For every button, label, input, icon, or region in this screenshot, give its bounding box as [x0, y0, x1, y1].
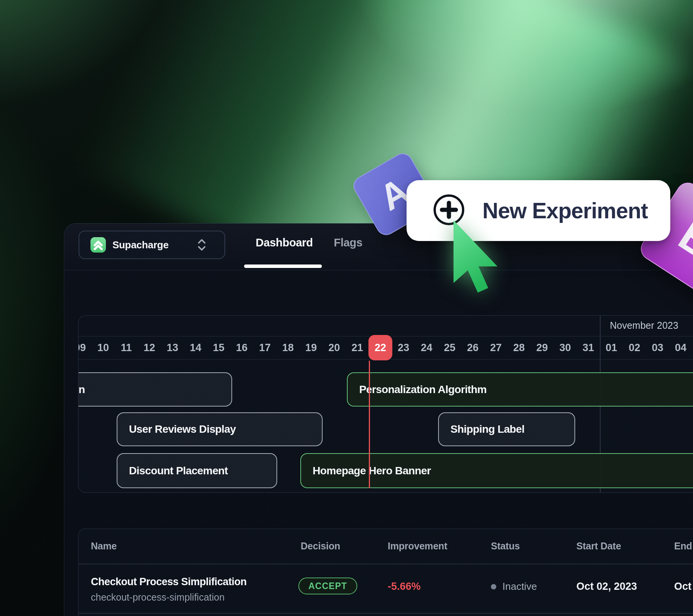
gantt-bar-clipped[interactable]: n — [78, 372, 232, 407]
day-cell[interactable]: 15 — [207, 336, 230, 359]
column-header-decision: Decision — [301, 541, 340, 552]
experiment-slug: checkout-process-simplification — [91, 592, 224, 603]
day-cell[interactable]: 21 — [346, 336, 369, 359]
status-dot-icon — [491, 584, 496, 589]
start-date-value: Oct 02, 2023 — [576, 581, 637, 593]
day-cell[interactable]: 25 — [438, 336, 461, 359]
day-cell[interactable]: 02 — [623, 336, 646, 359]
column-header-name: Name — [91, 541, 117, 552]
variant-b-letter: B — [670, 209, 693, 270]
gantt-bar-homepage-hero-banner[interactable]: Homepage Hero Banner — [300, 453, 693, 488]
gantt-bar-label: n — [79, 383, 85, 396]
decision-badge: ACCEPT — [298, 578, 357, 594]
gantt-bar-discount-placement[interactable]: Discount Placement — [117, 453, 277, 488]
gantt-bar-label: User Reviews Display — [117, 423, 236, 435]
day-cell[interactable]: 29 — [531, 336, 554, 359]
day-cell[interactable]: 04 — [669, 336, 692, 359]
day-cell[interactable]: 01 — [600, 336, 623, 359]
day-cell[interactable]: 16 — [230, 336, 253, 359]
day-cell[interactable]: 23 — [392, 336, 415, 359]
brand-name: Supacharge — [112, 239, 169, 251]
table-row-divider — [79, 613, 693, 614]
day-cell[interactable]: 12 — [138, 336, 161, 359]
app-window: Supacharge Dashboard Flags November 2023… — [64, 223, 693, 616]
day-cell[interactable]: 18 — [276, 336, 300, 359]
column-header-improvement: Improvement — [388, 541, 447, 552]
status-label: Inactive — [502, 581, 537, 593]
gantt-bar-label: Homepage Hero Banner — [301, 465, 431, 477]
day-cell[interactable]: 24 — [415, 336, 438, 359]
gantt-bar-label: Shipping Label — [439, 423, 524, 435]
day-cell[interactable]: 11 — [115, 336, 138, 359]
tab-dashboard[interactable]: Dashboard — [256, 236, 313, 249]
tab-flags[interactable]: Flags — [334, 236, 362, 249]
cursor-pointer-icon — [450, 218, 504, 296]
day-cell[interactable]: 28 — [507, 336, 531, 359]
gantt-bar-user-reviews-display[interactable]: User Reviews Display — [117, 412, 323, 446]
decision-badge-label: ACCEPT — [308, 581, 347, 591]
column-header-start-date: Start Date — [576, 541, 621, 552]
gantt-bar-shipping-label[interactable]: Shipping Label — [438, 412, 575, 446]
current-day-marker-line — [369, 361, 370, 488]
day-cell[interactable]: 13 — [161, 336, 184, 359]
day-cell[interactable]: 17 — [253, 336, 276, 359]
experiments-table: Name Decision Improvement Status Start D… — [78, 529, 693, 616]
day-cell[interactable]: 03 — [646, 336, 669, 359]
table-header-divider — [79, 564, 693, 564]
new-experiment-button[interactable]: New Experiment — [407, 180, 670, 241]
gantt-bar-personalization-algorithm[interactable]: Personalization Algorithm — [347, 372, 693, 407]
day-cell[interactable]: 27 — [484, 336, 507, 359]
day-cell[interactable]: 10 — [92, 336, 115, 359]
day-cell-highlighted[interactable]: 22 — [369, 336, 392, 359]
chevron-up-down-icon — [197, 238, 207, 254]
status-cell: Inactive — [491, 581, 537, 593]
column-header-end-date: End — [674, 541, 692, 552]
end-date-value: Oct 1 — [674, 581, 693, 593]
gantt-bar-label: Discount Placement — [117, 465, 228, 477]
day-cell[interactable]: 09 — [78, 336, 92, 359]
day-cell[interactable]: 31 — [577, 336, 600, 359]
timeline-day-ruler: 0910111213141516171819202122232425262728… — [78, 336, 692, 359]
experiment-timeline: November 2023 09101112131415161718192021… — [78, 315, 693, 493]
day-cell[interactable]: 30 — [554, 336, 577, 359]
improvement-value: -5.66% — [388, 581, 421, 593]
header-divider — [64, 270, 693, 270]
day-cell[interactable]: 14 — [184, 336, 207, 359]
day-cell[interactable]: 20 — [323, 336, 346, 359]
new-experiment-label: New Experiment — [482, 198, 648, 223]
day-cell[interactable]: 19 — [300, 336, 323, 359]
experiment-name[interactable]: Checkout Process Simplification — [91, 576, 247, 588]
month-label: November 2023 — [610, 320, 678, 331]
active-tab-underline — [244, 264, 322, 268]
workspace-switcher[interactable]: Supacharge — [79, 231, 225, 259]
column-header-status: Status — [491, 541, 520, 552]
day-cell[interactable]: 26 — [461, 336, 484, 359]
supacharge-logo-icon — [90, 237, 106, 253]
